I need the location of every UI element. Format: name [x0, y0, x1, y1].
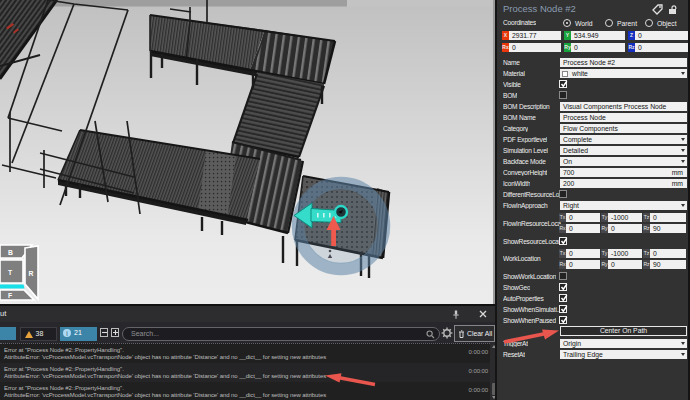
- svg-text:R: R: [29, 270, 34, 277]
- svg-text:F: F: [8, 292, 12, 299]
- svg-text:i: i: [66, 330, 67, 337]
- svg-text:B: B: [8, 249, 13, 256]
